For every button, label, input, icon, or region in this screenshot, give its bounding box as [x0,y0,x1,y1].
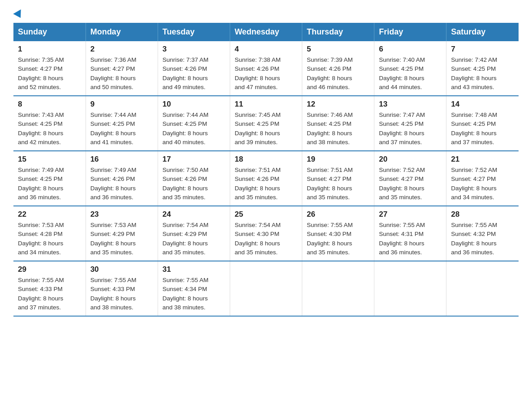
day-number: 31 [163,265,225,274]
calendar-cell [374,261,446,316]
calendar-cell [446,261,519,316]
day-header-wednesday: Wednesday [230,23,302,41]
calendar-week-1: 1Sunrise: 7:35 AMSunset: 4:27 PMDaylight… [13,41,519,96]
day-number: 5 [307,45,369,54]
day-info: Sunrise: 7:35 AMSunset: 4:27 PMDaylight:… [18,56,81,92]
day-info: Sunrise: 7:43 AMSunset: 4:25 PMDaylight:… [18,111,81,147]
day-number: 30 [90,265,153,274]
calendar-cell: 12Sunrise: 7:46 AMSunset: 4:25 PMDayligh… [302,96,374,151]
day-number: 23 [90,210,153,219]
calendar-cell: 5Sunrise: 7:39 AMSunset: 4:26 PMDaylight… [302,41,374,96]
day-number: 4 [235,45,297,54]
day-info: Sunrise: 7:55 AMSunset: 4:34 PMDaylight:… [163,276,225,312]
day-number: 13 [379,100,442,109]
day-number: 10 [163,100,225,109]
calendar-cell: 29Sunrise: 7:55 AMSunset: 4:33 PMDayligh… [13,261,86,316]
day-info: Sunrise: 7:55 AMSunset: 4:31 PMDaylight:… [379,221,442,257]
day-info: Sunrise: 7:51 AMSunset: 4:26 PMDaylight:… [235,166,297,202]
day-number: 2 [90,45,153,54]
calendar-cell: 8Sunrise: 7:43 AMSunset: 4:25 PMDaylight… [13,96,86,151]
day-number: 1 [18,45,81,54]
day-number: 24 [163,210,225,219]
day-info: Sunrise: 7:53 AMSunset: 4:28 PMDaylight:… [18,221,81,257]
day-number: 21 [451,155,514,164]
day-info: Sunrise: 7:55 AMSunset: 4:33 PMDaylight:… [90,276,153,312]
day-number: 18 [235,155,297,164]
calendar-cell: 25Sunrise: 7:54 AMSunset: 4:30 PMDayligh… [230,206,302,261]
calendar-cell: 21Sunrise: 7:52 AMSunset: 4:27 PMDayligh… [446,151,519,206]
calendar-cell: 19Sunrise: 7:51 AMSunset: 4:27 PMDayligh… [302,151,374,206]
day-number: 17 [163,155,225,164]
logo [13,9,23,18]
day-info: Sunrise: 7:39 AMSunset: 4:26 PMDaylight:… [307,56,369,92]
calendar-cell: 7Sunrise: 7:42 AMSunset: 4:25 PMDaylight… [446,41,519,96]
calendar-cell [230,261,302,316]
calendar-cell: 4Sunrise: 7:38 AMSunset: 4:26 PMDaylight… [230,41,302,96]
calendar-cell: 18Sunrise: 7:51 AMSunset: 4:26 PMDayligh… [230,151,302,206]
day-info: Sunrise: 7:49 AMSunset: 4:25 PMDaylight:… [18,166,81,202]
calendar-cell: 10Sunrise: 7:44 AMSunset: 4:25 PMDayligh… [158,96,230,151]
day-number: 11 [235,100,297,109]
day-info: Sunrise: 7:55 AMSunset: 4:30 PMDaylight:… [307,221,369,257]
day-header-tuesday: Tuesday [158,23,230,41]
day-number: 14 [451,100,514,109]
day-number: 7 [451,45,514,54]
day-number: 25 [235,210,297,219]
day-number: 3 [163,45,225,54]
day-header-saturday: Saturday [446,23,519,41]
calendar-cell: 27Sunrise: 7:55 AMSunset: 4:31 PMDayligh… [374,206,446,261]
day-info: Sunrise: 7:46 AMSunset: 4:25 PMDaylight:… [307,111,369,147]
calendar-cell: 6Sunrise: 7:40 AMSunset: 4:25 PMDaylight… [374,41,446,96]
calendar-cell: 17Sunrise: 7:50 AMSunset: 4:26 PMDayligh… [158,151,230,206]
calendar-cell: 31Sunrise: 7:55 AMSunset: 4:34 PMDayligh… [158,261,230,316]
day-number: 20 [379,155,442,164]
calendar-week-2: 8Sunrise: 7:43 AMSunset: 4:25 PMDaylight… [13,96,519,151]
day-info: Sunrise: 7:37 AMSunset: 4:26 PMDaylight:… [163,56,225,92]
calendar-cell: 9Sunrise: 7:44 AMSunset: 4:25 PMDaylight… [86,96,158,151]
calendar-table: SundayMondayTuesdayWednesdayThursdayFrid… [13,23,519,317]
page-header [13,9,519,18]
day-number: 22 [18,210,81,219]
calendar-cell: 2Sunrise: 7:36 AMSunset: 4:27 PMDaylight… [86,41,158,96]
day-info: Sunrise: 7:55 AMSunset: 4:32 PMDaylight:… [451,221,514,257]
logo-triangle-icon [13,9,24,20]
calendar-cell: 15Sunrise: 7:49 AMSunset: 4:25 PMDayligh… [13,151,86,206]
logo-blue-text [13,11,23,18]
day-header-sunday: Sunday [13,23,86,41]
day-header-thursday: Thursday [302,23,374,41]
day-info: Sunrise: 7:52 AMSunset: 4:27 PMDaylight:… [451,166,514,202]
calendar-cell: 28Sunrise: 7:55 AMSunset: 4:32 PMDayligh… [446,206,519,261]
day-info: Sunrise: 7:40 AMSunset: 4:25 PMDaylight:… [379,56,442,92]
calendar-cell: 1Sunrise: 7:35 AMSunset: 4:27 PMDaylight… [13,41,86,96]
day-header-friday: Friday [374,23,446,41]
calendar-cell: 11Sunrise: 7:45 AMSunset: 4:25 PMDayligh… [230,96,302,151]
calendar-header-row: SundayMondayTuesdayWednesdayThursdayFrid… [13,23,519,41]
calendar-cell: 16Sunrise: 7:49 AMSunset: 4:26 PMDayligh… [86,151,158,206]
day-info: Sunrise: 7:55 AMSunset: 4:33 PMDaylight:… [18,276,81,312]
day-info: Sunrise: 7:45 AMSunset: 4:25 PMDaylight:… [235,111,297,147]
calendar-cell: 23Sunrise: 7:53 AMSunset: 4:29 PMDayligh… [86,206,158,261]
calendar-cell [302,261,374,316]
day-info: Sunrise: 7:49 AMSunset: 4:26 PMDaylight:… [90,166,153,202]
day-info: Sunrise: 7:52 AMSunset: 4:27 PMDaylight:… [379,166,442,202]
calendar-week-3: 15Sunrise: 7:49 AMSunset: 4:25 PMDayligh… [13,151,519,206]
day-number: 16 [90,155,153,164]
calendar-cell: 13Sunrise: 7:47 AMSunset: 4:25 PMDayligh… [374,96,446,151]
day-info: Sunrise: 7:38 AMSunset: 4:26 PMDaylight:… [235,56,297,92]
day-header-monday: Monday [86,23,158,41]
day-info: Sunrise: 7:48 AMSunset: 4:25 PMDaylight:… [451,111,514,147]
calendar-cell: 26Sunrise: 7:55 AMSunset: 4:30 PMDayligh… [302,206,374,261]
day-number: 8 [18,100,81,109]
day-info: Sunrise: 7:54 AMSunset: 4:29 PMDaylight:… [163,221,225,257]
day-info: Sunrise: 7:51 AMSunset: 4:27 PMDaylight:… [307,166,369,202]
day-number: 15 [18,155,81,164]
day-info: Sunrise: 7:50 AMSunset: 4:26 PMDaylight:… [163,166,225,202]
day-info: Sunrise: 7:54 AMSunset: 4:30 PMDaylight:… [235,221,297,257]
day-info: Sunrise: 7:47 AMSunset: 4:25 PMDaylight:… [379,111,442,147]
calendar-week-4: 22Sunrise: 7:53 AMSunset: 4:28 PMDayligh… [13,206,519,261]
day-number: 19 [307,155,369,164]
calendar-cell: 14Sunrise: 7:48 AMSunset: 4:25 PMDayligh… [446,96,519,151]
calendar-week-5: 29Sunrise: 7:55 AMSunset: 4:33 PMDayligh… [13,261,519,316]
day-info: Sunrise: 7:44 AMSunset: 4:25 PMDaylight:… [163,111,225,147]
day-number: 28 [451,210,514,219]
